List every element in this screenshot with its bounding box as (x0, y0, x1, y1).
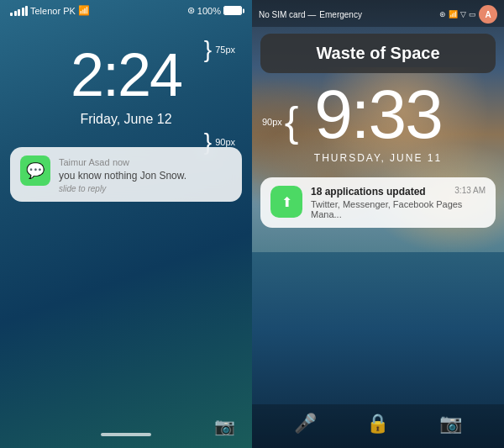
right-wifi-icon: ▽ (460, 10, 466, 18)
left-notif-header: Taimur Asad now (59, 155, 232, 168)
right-battery-icon: ▭ (469, 10, 476, 18)
battery-percentage: 100% (197, 6, 221, 16)
left-status-left: Telenor PK 📶 (10, 5, 90, 16)
app-notification-title: Waste of Space (260, 34, 496, 73)
right-notif-header: 18 applications updated 3:13 AM (311, 186, 486, 198)
right-status-bar: No SIM card — Emergency ⊛ 📶 ▽ ▭ A (252, 0, 504, 27)
annotation-75px: } 75px (204, 38, 235, 61)
right-signal-icon: 📶 (449, 10, 458, 18)
right-phone: No SIM card — Emergency ⊛ 📶 ▽ ▭ A Waste … (252, 0, 504, 448)
carrier-label: Telenor PK (30, 6, 76, 16)
signal-strength-icon (10, 6, 28, 16)
left-camera-icon[interactable]: 📷 (214, 416, 235, 436)
left-notif-message: you know nothing Jon Snow. (59, 170, 232, 182)
left-phone: Telenor PK 📶 ⊛ 100% 2:24 Friday, June 12… (0, 0, 252, 448)
right-notif-app-icon: ⬆ (270, 186, 302, 218)
left-status-right: ⊛ 100% (187, 5, 242, 16)
left-notif-app-icon: 💬 (20, 155, 50, 186)
right-notification-card[interactable]: ⬆ 18 applications updated 3:13 AM Twitte… (260, 177, 496, 228)
user-avatar-icon: A (479, 5, 497, 24)
left-status-bar: Telenor PK 📶 ⊛ 100% (0, 0, 252, 19)
left-notif-time: now (113, 157, 129, 167)
right-camera-icon[interactable]: 📷 (439, 413, 462, 435)
right-status-right: ⊛ 📶 ▽ ▭ A (439, 5, 497, 24)
right-notif-title: 18 applications updated (311, 186, 426, 198)
no-sim-label: No SIM card — (259, 10, 316, 19)
battery-fill (224, 7, 241, 14)
left-notif-reply: slide to reply (59, 184, 232, 193)
right-notif-message: Twitter, Messenger, Facebook Pages Mana.… (311, 199, 486, 219)
right-annotation-90px-label: 90px (262, 117, 282, 127)
battery-icon (223, 6, 242, 15)
emergency-label: Emergency (319, 10, 362, 19)
right-notif-content: 18 applications updated 3:13 AM Twitter,… (311, 186, 486, 219)
annotation-75px-label: 75px (215, 45, 235, 55)
microphone-icon[interactable]: 🎤 (294, 413, 317, 435)
annotation-90px-label: 90px (215, 137, 235, 147)
bluetooth-icon: ⊛ (187, 5, 195, 16)
wifi-icon: 📶 (78, 5, 90, 16)
brace-symbol-75: } (204, 38, 212, 61)
right-annotation-90px: 90px { (262, 101, 299, 143)
left-home-indicator (101, 433, 151, 436)
left-clock-date: Friday, June 12 (0, 112, 252, 127)
lock-icon[interactable]: 🔒 (366, 413, 389, 435)
app-update-icon: ⬆ (281, 194, 292, 210)
left-notif-content: Taimur Asad now you know nothing Jon Sno… (59, 155, 232, 193)
right-status-left: No SIM card — Emergency (259, 10, 362, 19)
left-notif-sender: Taimur Asad now (59, 156, 129, 168)
right-bluetooth-icon: ⊛ (439, 10, 446, 18)
right-brace-symbol: { (285, 101, 299, 143)
right-clock-date: THURSDAY, JUNE 11 (252, 152, 504, 164)
left-notification-card[interactable]: 💬 Taimur Asad now you know nothing Jon S… (10, 147, 242, 202)
right-bottom-bar: 🎤 🔒 📷 (252, 404, 504, 448)
right-notif-time: 3:13 AM (454, 186, 486, 198)
